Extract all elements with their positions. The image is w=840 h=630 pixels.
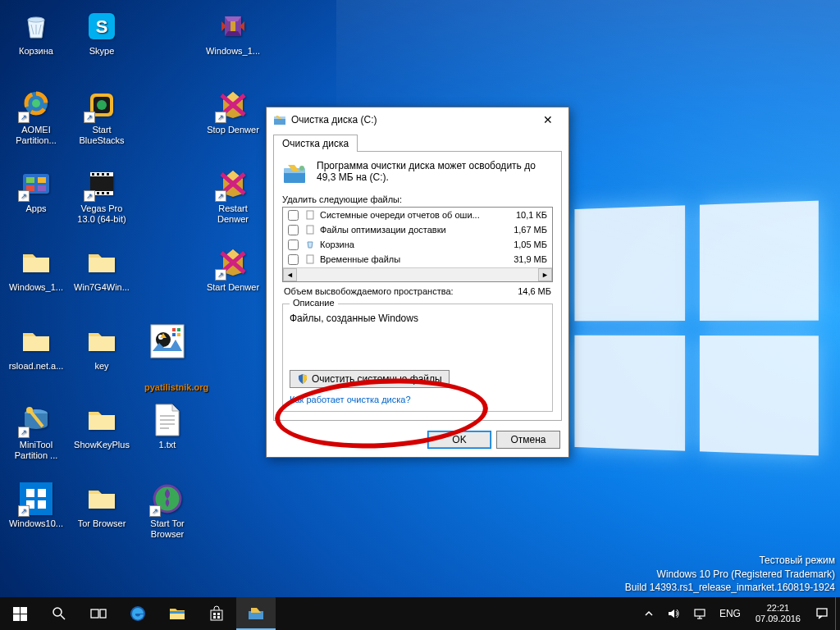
desktop[interactable]: КорзинаSSkypeWindows_1...↗AOMEI Partitio…: [0, 0, 840, 630]
scroll-right-button[interactable]: ►: [538, 268, 552, 281]
search-button[interactable]: [39, 597, 79, 630]
dialog-titlebar[interactable]: Очистка диска (C:) ✕: [267, 107, 568, 132]
icon-label: rsload.net.a...: [6, 361, 66, 372]
desktop-icon-aomei-partition[interactable]: ↗AOMEI Partition...: [5, 84, 67, 158]
desktop-icon-restart-denwer[interactable]: ↗Restart Denwer: [202, 162, 264, 236]
desktop-icon-windows-1[interactable]: Windows_1...: [5, 241, 67, 315]
file-name: Корзина: [320, 240, 495, 249]
ok-button[interactable]: OK: [427, 431, 491, 449]
desktop-icon-rsload-net-a[interactable]: rsload.net.a...: [5, 320, 67, 394]
desktop-icon-win7g4win[interactable]: Win7G4Win...: [71, 241, 133, 315]
shortcut-arrow-icon: ↗: [215, 112, 226, 123]
shortcut-arrow-icon: ↗: [215, 190, 226, 202]
svg-rect-48: [38, 500, 46, 509]
dialog-message: Программа очистки диска может освободить…: [317, 160, 553, 183]
icon-label: Start BlueStacks: [71, 125, 132, 145]
svg-rect-60: [21, 607, 27, 614]
desktop-icon-windows10[interactable]: ↗Windows10...: [5, 477, 67, 551]
tray-overflow-button[interactable]: [637, 609, 660, 619]
desktop-icon-vegas-pro-13-0-64-bit[interactable]: ↗Vegas Pro 13.0 (64-bit): [71, 162, 133, 236]
svg-rect-37: [177, 333, 180, 336]
dialog-title: Очистка диска (C:): [291, 114, 531, 126]
tray-volume-icon[interactable]: [660, 607, 687, 620]
desktop-icon-tor-browser[interactable]: Tor Browser: [71, 477, 133, 551]
show-desktop-button[interactable]: [835, 597, 840, 630]
scroll-left-button[interactable]: ◄: [283, 268, 297, 281]
desktop-icon-windows-1[interactable]: Windows_1...: [202, 5, 264, 79]
tray-language[interactable]: ENG: [713, 608, 747, 619]
system-tray: ENG 22:21 07.09.2016: [637, 597, 840, 630]
svg-rect-73: [213, 616, 216, 619]
icon-label: Stop Denwer: [203, 125, 263, 135]
cancel-button[interactable]: Отмена: [496, 431, 560, 449]
file-checkbox[interactable]: [288, 240, 299, 250]
tray-action-center-icon[interactable]: [809, 607, 835, 620]
svg-rect-19: [92, 173, 94, 176]
icon-label: 1.txt: [137, 440, 198, 450]
icon-label: Vegas Pro 13.0 (64-bit): [71, 203, 132, 224]
how-cleanup-works-link[interactable]: Как работает очистка диска?: [290, 395, 546, 404]
taskbar-disk-cleanup[interactable]: [236, 597, 276, 630]
svg-point-0: [28, 17, 44, 22]
svg-rect-35: [177, 328, 180, 331]
file-small-icon: [304, 209, 317, 221]
file-list-row[interactable]: Корзина1,05 МБ: [283, 237, 552, 252]
desktop-icon-skype[interactable]: SSkype: [71, 5, 133, 79]
file-checkbox[interactable]: [288, 210, 299, 221]
desktop-icon-start-tor-browser[interactable]: ↗Start Tor Browser: [136, 477, 199, 551]
svg-point-39: [26, 407, 33, 413]
file-list-row[interactable]: Временные файлы31,9 МБ: [283, 252, 552, 267]
desktop-icon-start-bluestacks[interactable]: ↗Start BlueStacks: [71, 84, 133, 158]
cleanup-system-files-button[interactable]: Очистить системные файлы: [290, 370, 450, 388]
svg-rect-22: [107, 173, 109, 176]
svg-line-64: [61, 615, 65, 619]
desktop-icon-1-txt[interactable]: 1.txt: [136, 399, 199, 472]
svg-rect-34: [172, 328, 176, 331]
windows-logo-wallpaper: [574, 201, 818, 456]
file-list-row[interactable]: Системные очереди отчетов об оши...10,1 …: [283, 208, 552, 222]
close-button[interactable]: ✕: [531, 108, 565, 131]
icon-label: Start Tor Browser: [137, 518, 198, 539]
taskbar-edge[interactable]: [118, 597, 158, 630]
taskbar-file-explorer[interactable]: [158, 597, 197, 630]
svg-rect-58: [307, 255, 313, 263]
svg-rect-74: [217, 616, 220, 619]
tray-network-icon[interactable]: [687, 607, 713, 620]
svg-rect-66: [100, 609, 106, 618]
taskbar-store[interactable]: [197, 597, 236, 630]
desktop-icon-[interactable]: Корзина: [5, 5, 67, 79]
svg-rect-59: [13, 607, 20, 614]
tray-clock[interactable]: 22:21 07.09.2016: [747, 603, 809, 624]
horizontal-scrollbar[interactable]: ◄ ►: [283, 267, 552, 281]
svg-rect-65: [91, 609, 98, 618]
desktop-icon-apps[interactable]: ↗Apps: [5, 162, 67, 236]
desktop-icon-key[interactable]: key: [71, 320, 133, 394]
svg-point-55: [299, 166, 304, 171]
icon-label: AOMEI Partition...: [6, 125, 66, 145]
desktop-icon-stop-denwer[interactable]: ↗Stop Denwer: [202, 84, 264, 158]
tab-cleanup[interactable]: Очистка диска: [273, 135, 358, 152]
file-size: 1,05 МБ: [495, 240, 547, 249]
task-view-button[interactable]: [79, 597, 118, 630]
file-list-row[interactable]: Файлы оптимизации доставки1,67 МБ: [283, 222, 552, 237]
file-name: Временные файлы: [320, 254, 495, 264]
svg-rect-20: [97, 173, 99, 176]
desktop-icon-minitool-partition[interactable]: ↗MiniTool Partition ...: [5, 399, 67, 472]
icon-label: Skype: [71, 46, 132, 57]
file-list-label: Удалить следующие файлы:: [282, 194, 553, 204]
svg-rect-61: [13, 614, 20, 621]
shortcut-arrow-icon: ↗: [84, 112, 95, 123]
file-name: Файлы оптимизации доставки: [320, 225, 495, 235]
icon-label: Apps: [6, 203, 66, 214]
icon-label: Restart Denwer: [203, 203, 263, 224]
start-button[interactable]: [0, 597, 39, 630]
file-list[interactable]: Системные очереди отчетов об оши...10,1 …: [282, 207, 553, 282]
svg-rect-71: [213, 613, 216, 615]
file-checkbox[interactable]: [288, 254, 299, 265]
desktop-icon-showkeyplus[interactable]: ShowKeyPlus: [71, 399, 133, 472]
icon-label: Корзина: [6, 46, 66, 57]
desktop-icon-start-denwer[interactable]: ↗Start Denwer: [202, 241, 264, 315]
svg-point-8: [97, 100, 107, 110]
file-small-icon: [304, 253, 317, 265]
file-checkbox[interactable]: [288, 225, 299, 235]
